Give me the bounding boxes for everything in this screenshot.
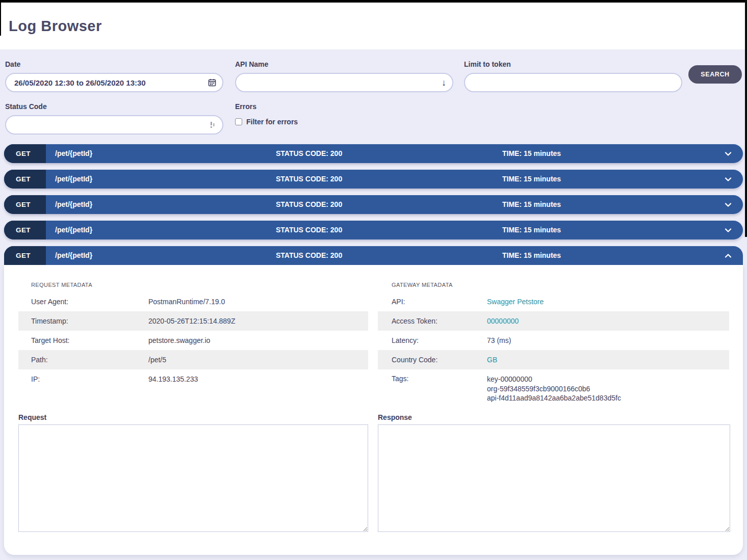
- row-path: /pet/{petId}: [55, 195, 92, 214]
- search-button[interactable]: SEARCH: [688, 65, 742, 84]
- date-input[interactable]: [5, 73, 223, 92]
- response-body-section: Response: [378, 413, 730, 532]
- row-status: STATUS CODE: 200: [276, 170, 342, 189]
- limit-to-token-field: Limit to token: [464, 60, 682, 92]
- chevron-up-icon[interactable]: [724, 252, 732, 260]
- method-badge: GET: [4, 170, 46, 189]
- row-time: TIME: 15 minutes: [502, 170, 561, 189]
- request-metadata-heading: REQUEST METADATA: [18, 282, 368, 288]
- log-detail-panel: REQUEST METADATA User Agent: PostmanRunt…: [4, 265, 743, 555]
- chevron-down-icon[interactable]: [724, 150, 732, 158]
- row-time: TIME: 15 minutes: [502, 195, 561, 214]
- page-title: Log Browser: [9, 18, 102, 35]
- row-time: TIME: 15 minutes: [502, 246, 561, 265]
- meta-row-access-token: Access Token: 00000000: [378, 311, 729, 331]
- api-link[interactable]: Swagger Petstore: [487, 298, 544, 306]
- request-body-section: Request: [18, 413, 368, 532]
- limit-to-token-label: Limit to token: [464, 60, 682, 68]
- scrollbar-thumb[interactable]: [745, 0, 747, 237]
- meta-row-country-code: Country Code: GB: [378, 350, 729, 369]
- status-code-field: Status Code: [5, 102, 223, 135]
- date-field: Date: [5, 60, 223, 92]
- method-badge: GET: [4, 144, 46, 163]
- meta-row-ip: IP: 94.193.135.233: [18, 369, 368, 389]
- row-status: STATUS CODE: 200: [276, 246, 342, 265]
- log-list: GET /pet/{petId} STATUS CODE: 200 TIME: …: [0, 144, 747, 265]
- api-name-input[interactable]: [235, 73, 453, 92]
- log-row[interactable]: GET /pet/{petId} STATUS CODE: 200 TIME: …: [4, 221, 743, 239]
- request-metadata-section: REQUEST METADATA User Agent: PostmanRunt…: [18, 265, 368, 389]
- meta-row-tags: Tags: key-00000000 org-59f348559f3cb9000…: [378, 369, 729, 408]
- log-row[interactable]: GET /pet/{petId} STATUS CODE: 200 TIME: …: [4, 195, 743, 214]
- gateway-metadata-heading: GATEWAY METADATA: [378, 282, 729, 288]
- access-token-link[interactable]: 00000000: [487, 317, 519, 325]
- meta-row-target-host: Target Host: petstore.swagger.io: [18, 331, 368, 350]
- chevron-down-icon[interactable]: [724, 201, 732, 209]
- response-label: Response: [378, 413, 730, 421]
- meta-row-timestamp: Timestamp: 2020-05-26T12:15:14.889Z: [18, 311, 368, 331]
- request-textarea[interactable]: [18, 424, 368, 532]
- row-status: STATUS CODE: 200: [276, 221, 342, 239]
- log-row-expanded[interactable]: GET /pet/{petId} STATUS CODE: 200 TIME: …: [4, 246, 743, 265]
- row-path: /pet/{petId}: [55, 221, 92, 239]
- row-status: STATUS CODE: 200: [276, 195, 342, 214]
- chevron-down-icon[interactable]: [724, 175, 732, 183]
- page-header: Log Browser: [0, 3, 747, 49]
- meta-row-path: Path: /pet/5: [18, 350, 368, 369]
- api-name-field: API Name ↓: [235, 60, 453, 92]
- log-row[interactable]: GET /pet/{petId} STATUS CODE: 200 TIME: …: [4, 170, 743, 189]
- method-badge: GET: [4, 221, 46, 239]
- meta-row-user-agent: User Agent: PostmanRuntime/7.19.0: [18, 292, 368, 311]
- response-textarea[interactable]: [378, 424, 730, 532]
- bars-icon: [210, 121, 216, 128]
- row-time: TIME: 15 minutes: [502, 144, 561, 163]
- gateway-metadata-section: GATEWAY METADATA API: Swagger Petstore A…: [378, 265, 729, 408]
- dropdown-arrow-icon[interactable]: ↓: [442, 78, 446, 87]
- row-status: STATUS CODE: 200: [276, 144, 342, 163]
- limit-to-token-input[interactable]: [464, 73, 682, 92]
- status-code-label: Status Code: [5, 102, 223, 111]
- filter-bar: Date API Name: [0, 49, 747, 144]
- row-path: /pet/{petId}: [55, 170, 92, 189]
- row-path: /pet/{petId}: [55, 246, 92, 265]
- request-label: Request: [18, 413, 368, 421]
- errors-checkbox[interactable]: [235, 118, 242, 125]
- api-name-label: API Name: [235, 60, 453, 68]
- row-path: /pet/{petId}: [55, 144, 92, 163]
- row-time: TIME: 15 minutes: [502, 221, 561, 239]
- calendar-icon[interactable]: [208, 78, 216, 87]
- method-badge: GET: [4, 246, 46, 265]
- errors-label: Errors: [235, 102, 298, 111]
- meta-row-latency: Latency: 73 (ms): [378, 331, 729, 350]
- errors-field: Errors Filter for errors: [235, 102, 298, 126]
- date-label: Date: [5, 60, 223, 68]
- country-code-link[interactable]: GB: [487, 356, 497, 364]
- status-code-input[interactable]: [5, 115, 223, 135]
- meta-row-api: API: Swagger Petstore: [378, 292, 729, 311]
- chevron-down-icon[interactable]: [724, 226, 732, 234]
- window-left-edge: [0, 0, 1, 36]
- method-badge: GET: [4, 195, 46, 214]
- log-row[interactable]: GET /pet/{petId} STATUS CODE: 200 TIME: …: [4, 144, 743, 163]
- errors-checkbox-label: Filter for errors: [246, 118, 298, 126]
- filter-for-errors-option[interactable]: Filter for errors: [235, 118, 298, 126]
